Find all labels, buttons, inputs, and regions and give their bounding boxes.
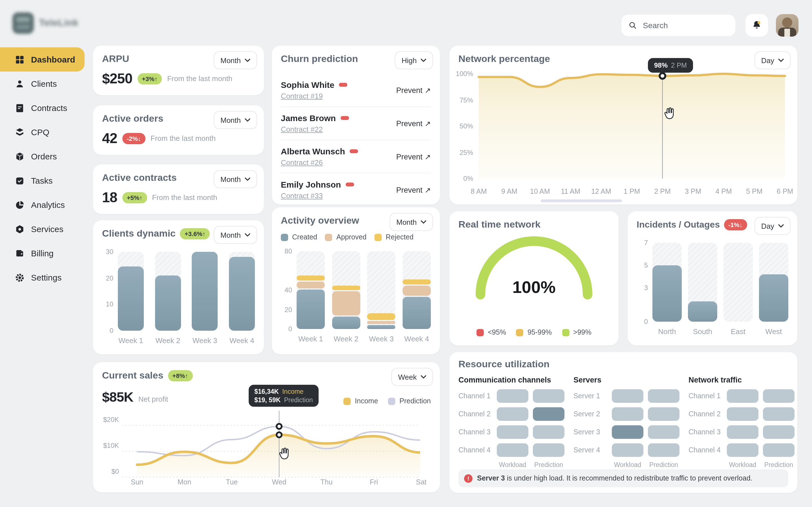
resource-row: Channel 3 (689, 425, 795, 439)
workload-cell[interactable] (612, 443, 644, 457)
group-title: Servers (573, 376, 679, 384)
column-labels: Workload Prediction (727, 461, 795, 468)
activity-overview-chart[interactable]: 8040200Week 1Week 2Week 3Week 4 (280, 251, 431, 329)
incidents-period-dropdown[interactable]: Day (755, 217, 791, 235)
segment-rejected (367, 313, 396, 320)
prediction-cell[interactable] (763, 443, 795, 457)
bar-week-1[interactable] (118, 252, 144, 331)
workload-cell[interactable] (497, 389, 528, 403)
prediction-cell[interactable] (648, 407, 679, 421)
arpu-period-dropdown[interactable]: Month (214, 51, 257, 69)
search-bar[interactable] (621, 15, 735, 36)
client-name: James Brown (281, 113, 349, 123)
bar-week-4[interactable] (229, 252, 255, 331)
workload-cell[interactable] (612, 389, 644, 403)
bar-week-4[interactable] (403, 251, 431, 329)
resource-label: Channel 4 (458, 446, 492, 454)
orders-period-dropdown[interactable]: Month (214, 111, 257, 129)
workload-cell[interactable] (612, 425, 644, 439)
prediction-cell[interactable] (533, 389, 564, 403)
prevent-button[interactable]: Prevent↗ (396, 152, 431, 161)
search-input[interactable] (642, 20, 723, 31)
bar-west[interactable] (759, 243, 788, 322)
sidebar-item-orders[interactable]: Orders (0, 144, 93, 168)
contract-link[interactable]: Contract #22 (281, 125, 349, 133)
sidebar-item-settings[interactable]: Settings (0, 265, 93, 290)
activity-period-dropdown[interactable]: Month (390, 213, 433, 231)
network-scrollbar[interactable] (541, 200, 622, 202)
workload-cell[interactable] (497, 407, 528, 421)
workload-cell[interactable] (612, 407, 644, 421)
prevent-button[interactable]: Prevent↗ (396, 86, 431, 94)
contract-link[interactable]: Contract #26 (281, 158, 358, 167)
bars (652, 243, 788, 322)
sidebar-item-cpq[interactable]: CPQ (0, 120, 93, 144)
prevent-button[interactable]: Prevent↗ (396, 119, 431, 128)
sidebar-item-contracts[interactable]: Contracts (0, 96, 93, 120)
sidebar-item-services[interactable]: Services (0, 217, 93, 241)
network-period-dropdown[interactable]: Day (755, 51, 791, 69)
churn-filter-dropdown[interactable]: High (395, 51, 434, 69)
churn-prediction-card: Churn prediction High Sophia White Contr… (272, 46, 440, 205)
workload-cell[interactable] (727, 425, 758, 439)
stat-value: $250 (102, 70, 132, 87)
workload-cell[interactable] (497, 425, 528, 439)
legend-swatch (476, 329, 484, 336)
incidents-chart[interactable]: 7530NorthSouthEastWest (636, 243, 788, 322)
sales-chart[interactable] (122, 409, 420, 477)
sidebar-item-analytics[interactable]: Analytics (0, 193, 93, 217)
dashboard-page: TeleLink DashboardClientsContractsCPQOrd… (0, 0, 812, 507)
workload-cell[interactable] (727, 407, 758, 421)
sidebar-item-dashboard[interactable]: Dashboard (0, 47, 85, 71)
bar-week-3[interactable] (367, 251, 396, 329)
user-avatar[interactable] (776, 14, 799, 37)
bar-fill (155, 276, 181, 331)
bar-north[interactable] (652, 243, 682, 322)
y-axis: 7530 (636, 243, 650, 322)
prediction-cell[interactable] (648, 389, 679, 403)
contract-link[interactable]: Contract #33 (281, 191, 354, 200)
sidebar-item-billing[interactable]: Billing (0, 241, 93, 265)
workload-cell[interactable] (497, 443, 528, 457)
stat-card-arpu: ARPU Month $250 +3%↑ From the last month (93, 46, 264, 95)
workload-cell[interactable] (727, 443, 758, 457)
resource-label: Channel 3 (458, 428, 492, 436)
sidebar-item-label: Dashboard (31, 55, 75, 64)
bar-week-2[interactable] (155, 252, 181, 331)
prediction-cell[interactable] (763, 407, 795, 421)
notifications-button[interactable] (746, 14, 768, 37)
arrow-up-right-icon: ↗ (424, 186, 431, 194)
bar-south[interactable] (688, 243, 717, 322)
bar-week-3[interactable] (192, 252, 218, 331)
contracts-period-dropdown[interactable]: Month (214, 170, 257, 188)
risk-indicator-icon (345, 182, 354, 186)
resource-row: Channel 1 (458, 389, 564, 403)
y-axis: 8040200 (280, 251, 294, 329)
network-chart[interactable] (475, 73, 788, 180)
clients-dynamic-chart[interactable]: 3020100Week 1Week 2Week 3Week 4 (101, 252, 255, 331)
prediction-cell[interactable] (763, 389, 795, 403)
prediction-cell[interactable] (648, 443, 679, 457)
sidebar-item-label: Services (31, 224, 63, 234)
prediction-cell[interactable] (533, 443, 564, 457)
bar-east[interactable] (723, 243, 753, 322)
bar-fill (118, 266, 144, 331)
prediction-cell[interactable] (533, 407, 564, 421)
clients-period-dropdown[interactable]: Month (214, 226, 257, 244)
sidebar-item-tasks[interactable]: Tasks (0, 168, 93, 193)
bar-week-1[interactable] (297, 251, 325, 329)
bar-week-2[interactable] (332, 251, 360, 329)
contract-link[interactable]: Contract #19 (281, 92, 347, 100)
sidebar-item-clients[interactable]: Clients (0, 71, 93, 96)
legend-item: >99% (562, 328, 592, 336)
prediction-cell[interactable] (763, 425, 795, 439)
sales-period-dropdown[interactable]: Week (391, 368, 433, 386)
delta-badge: +8%↑ (168, 370, 193, 381)
app-logo-icon (12, 12, 34, 34)
prediction-cell[interactable] (533, 425, 564, 439)
churn-row: Emily Johnson Contract #33 Prevent↗ (281, 173, 431, 206)
resource-row: Channel 2 (689, 407, 795, 421)
prevent-button[interactable]: Prevent↗ (396, 186, 431, 194)
workload-cell[interactable] (727, 389, 758, 403)
prediction-cell[interactable] (648, 425, 679, 439)
